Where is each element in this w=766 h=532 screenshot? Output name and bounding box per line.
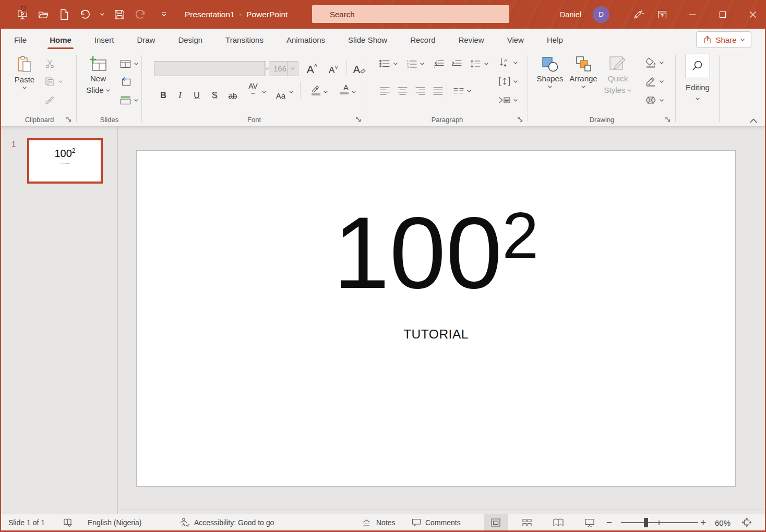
slide-subtitle-text[interactable]: TUTORIAL xyxy=(137,327,735,342)
layout-button[interactable] xyxy=(118,57,132,70)
reading-view-button[interactable] xyxy=(546,514,570,531)
editing-button[interactable]: Editing xyxy=(683,54,712,100)
zoom-out-icon: − xyxy=(606,517,612,528)
font-dialog-launcher[interactable] xyxy=(355,116,362,123)
align-right-button[interactable] xyxy=(413,84,427,98)
tab-draw[interactable]: Draw xyxy=(125,29,166,51)
underline-button[interactable]: U xyxy=(191,84,202,100)
tab-slide-show[interactable]: Slide Show xyxy=(337,29,399,51)
bullets-button[interactable] xyxy=(378,57,391,70)
text-shadow-button[interactable]: S xyxy=(209,84,220,100)
shape-effects-button[interactable] xyxy=(644,93,657,107)
slideshow-view-button[interactable] xyxy=(578,514,602,531)
svg-text:A: A xyxy=(504,58,507,63)
convert-to-smartart-button[interactable] xyxy=(498,93,511,107)
strikethrough-button[interactable]: ab xyxy=(225,84,240,100)
comments-toggle[interactable]: Comments xyxy=(411,514,461,531)
user-name[interactable]: Daniel xyxy=(560,10,581,19)
search-input[interactable] xyxy=(329,9,475,19)
reset-button[interactable] xyxy=(118,75,132,88)
justify-button[interactable] xyxy=(431,84,445,98)
save-button[interactable] xyxy=(111,6,128,23)
decrease-indent-button[interactable] xyxy=(432,57,446,70)
tab-file[interactable]: File xyxy=(1,29,38,51)
ribbon-display-options-button[interactable] xyxy=(650,0,674,29)
zoom-level[interactable]: 60% xyxy=(715,514,731,531)
columns-button[interactable] xyxy=(452,84,465,98)
align-center-button[interactable] xyxy=(396,84,409,98)
clipboard-dialog-launcher[interactable] xyxy=(65,116,72,123)
grow-font-button[interactable]: A˄ xyxy=(304,59,320,75)
minimize-icon xyxy=(689,11,696,18)
share-button[interactable]: Share xyxy=(696,31,751,48)
shape-fill-button[interactable] xyxy=(644,56,657,69)
chevron-down-icon xyxy=(352,91,356,93)
undo-button[interactable] xyxy=(76,6,94,23)
chevron-down-icon xyxy=(660,62,664,64)
whats-new-button[interactable] xyxy=(626,0,650,29)
zoom-slider-thumb[interactable] xyxy=(644,518,648,527)
close-button[interactable] xyxy=(741,0,765,29)
italic-button[interactable]: I xyxy=(175,84,185,100)
slide-sorter-view-button[interactable] xyxy=(515,514,539,531)
zoom-slider[interactable] xyxy=(621,522,698,523)
customize-qat-button[interactable] xyxy=(159,6,169,23)
increase-indent-button[interactable] xyxy=(450,57,463,70)
fit-slide-button[interactable] xyxy=(741,514,752,531)
tab-review[interactable]: Review xyxy=(447,29,496,51)
tab-insert[interactable]: Insert xyxy=(83,29,126,51)
slide-indicator[interactable]: Slide 1 of 1 xyxy=(8,514,45,531)
undo-dropdown[interactable] xyxy=(97,6,107,23)
font-group: 166 A˄ A˅ A B I U S ab AV ↔ xyxy=(142,51,366,126)
shapes-button[interactable]: Shapes xyxy=(535,56,565,88)
font-color-button[interactable]: A xyxy=(336,81,349,96)
slide[interactable]: 1002 TUTORIAL xyxy=(136,150,736,487)
open-file-button[interactable] xyxy=(34,6,52,23)
tab-record[interactable]: Record xyxy=(399,29,447,51)
collapse-ribbon-button[interactable] xyxy=(749,118,758,123)
new-file-button[interactable] xyxy=(55,6,73,23)
spell-check-button[interactable] xyxy=(63,514,73,531)
align-text-button[interactable] xyxy=(498,75,511,88)
text-highlight-button[interactable] xyxy=(307,82,320,98)
shrink-font-button[interactable]: A˅ xyxy=(326,59,341,75)
minimize-button[interactable] xyxy=(680,0,704,29)
bold-button[interactable]: B xyxy=(158,84,169,100)
search-box[interactable] xyxy=(312,5,509,23)
tab-help[interactable]: Help xyxy=(535,29,574,51)
tab-transitions[interactable]: Transitions xyxy=(214,29,275,51)
customize-qat-icon xyxy=(161,12,167,17)
maximize-button[interactable] xyxy=(711,0,735,29)
new-slide-button[interactable]: New Slide xyxy=(82,56,114,95)
section-button[interactable] xyxy=(118,93,132,107)
character-spacing-button[interactable]: AV ↔ xyxy=(245,81,261,96)
notes-toggle[interactable]: Notes xyxy=(362,514,396,531)
text-direction-button[interactable]: A xyxy=(498,56,511,69)
line-spacing-button[interactable] xyxy=(469,57,482,70)
slide-thumbnail[interactable]: 1002 TUTORIAL xyxy=(27,138,103,184)
avatar[interactable]: D xyxy=(593,6,609,23)
tab-view[interactable]: View xyxy=(496,29,535,51)
arrange-button[interactable]: Arrange xyxy=(568,56,599,88)
slides-group: New Slide Slides xyxy=(77,51,142,126)
align-left-button[interactable] xyxy=(378,84,391,98)
zoom-out-button[interactable]: − xyxy=(606,514,612,531)
slide-title-text[interactable]: 1002 xyxy=(137,202,735,304)
tab-animations[interactable]: Animations xyxy=(275,29,337,51)
change-case-button[interactable]: Aa xyxy=(273,84,288,100)
accessibility-checker[interactable]: Accessibility: Good to go xyxy=(179,514,274,531)
chevron-down-icon xyxy=(22,87,27,89)
drawing-group-label: Drawing xyxy=(528,116,676,124)
shape-outline-button[interactable] xyxy=(644,75,657,88)
paragraph-dialog-launcher[interactable] xyxy=(517,116,523,123)
tab-design[interactable]: Design xyxy=(166,29,214,51)
drawing-dialog-launcher[interactable] xyxy=(664,116,671,123)
zoom-in-button[interactable]: + xyxy=(700,514,706,531)
numbering-button[interactable]: 123 xyxy=(405,57,418,70)
language-indicator[interactable]: English (Nigeria) xyxy=(88,514,141,531)
normal-view-button[interactable] xyxy=(484,514,508,531)
clear-formatting-button[interactable]: A xyxy=(351,59,368,75)
paste-button[interactable]: Paste xyxy=(10,56,39,89)
bullets-icon xyxy=(379,59,390,68)
tab-home[interactable]: Home xyxy=(38,29,83,51)
